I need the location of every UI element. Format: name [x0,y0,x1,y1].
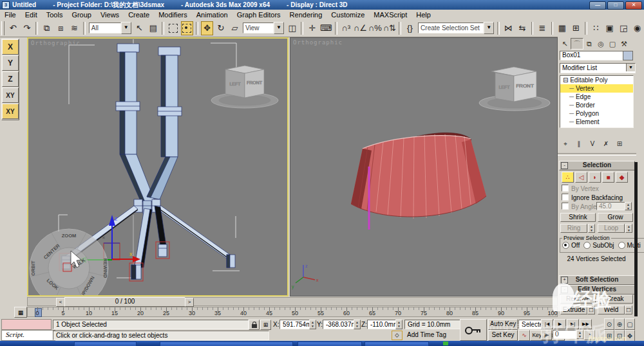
select-and-link-button[interactable]: ⧉ [41,21,53,35]
ring-spinner[interactable]: ▲▼ [588,224,595,233]
quick-render-button[interactable]: ◉ [631,21,643,35]
tab-create[interactable]: ↖ [559,39,571,49]
snaps-toggle-3d[interactable]: ∩³ [340,21,352,35]
z-spinner[interactable]: ▲▼ [395,320,402,329]
axis-constraint-x[interactable]: X [2,39,19,55]
taskbar-window-button[interactable] [74,341,137,346]
viewcube-left-viewport[interactable]: LEFT FRONT [211,66,278,108]
select-and-move-button[interactable]: ✥ [201,21,214,35]
taskbar-window-button[interactable] [298,341,362,346]
edit-named-selection-sets-button[interactable]: {} [404,21,416,35]
unlink-selection-button[interactable]: ⧈ [54,21,66,35]
ring-button[interactable]: Ring [560,224,587,233]
minimize-button[interactable]: — [589,1,606,10]
menu-tools[interactable]: Tools [42,11,68,19]
time-slider-handle[interactable]: 0 / 100 [64,297,185,307]
vertex-subobject-button[interactable]: ∴ [562,172,574,183]
close-button[interactable]: ✕ [625,1,642,10]
configure-modifier-sets-button[interactable]: ⊞ [614,140,625,150]
next-frame-arrow[interactable]: > [185,298,194,307]
stack-item-vertex[interactable]: ─ Vertex [560,84,633,93]
zoom-extents-button[interactable]: ▢ [625,318,635,330]
preview-radio-off[interactable]: Off [562,242,580,249]
menu-animation[interactable]: Animation [192,11,232,19]
rectangular-selection-region-button[interactable] [167,21,179,35]
tab-utilities[interactable]: ⚒ [618,39,630,49]
panel-scrollbar[interactable] [634,162,638,316]
zoom-region-button[interactable]: ⊡ [614,330,625,341]
stack-item-edge[interactable]: ─ Edge [560,93,633,101]
select-by-name-button[interactable]: ▤ [147,21,159,35]
tab-hierarchy[interactable]: ⧉ [583,39,595,49]
menu-maxscript[interactable]: MAXScript [369,11,412,19]
chevron-down-icon[interactable]: ▼ [274,22,284,34]
select-and-rotate-button[interactable]: ↻ [214,21,227,35]
taskbar-window-button[interactable] [365,341,429,346]
collapse-icon[interactable]: - [561,286,568,293]
menu-rendering[interactable]: Rendering [285,11,327,19]
go-to-end-button[interactable]: ▶▶ [580,319,592,329]
make-unique-button[interactable]: Ⅴ [587,140,598,150]
absolute-mode-toggle[interactable]: ⊞ [260,320,271,330]
play-button[interactable]: ▶ [554,319,566,329]
stack-item-border[interactable]: ─ Border [560,101,633,109]
time-slider-track[interactable]: < 0 / 100 > [27,297,558,306]
auto-key-button[interactable]: Auto Key [488,319,518,330]
menu-customize[interactable]: Customize [327,11,369,19]
render-setup-button[interactable]: ▣ [603,21,616,35]
object-name-field[interactable]: Box01 [560,51,623,60]
by-angle-value-field[interactable]: 45.0 [596,202,625,210]
selection-filter-dropdown[interactable]: All▼ [89,23,131,33]
schematic-view-button[interactable]: ⊞ [570,21,582,35]
menu-graph-editors[interactable]: Graph Editors [232,11,285,19]
loop-button[interactable]: Loop [598,224,625,233]
angle-snap-toggle[interactable]: ∩∠ [354,21,367,35]
layer-manager-button[interactable]: ≣ [536,21,548,35]
use-pivot-point-center-button[interactable]: ◫ [286,21,298,35]
axis-constraint-xy[interactable]: XY [2,104,19,119]
window-crossing-toggle[interactable] [181,21,194,35]
select-and-scale-button[interactable]: ▱ [229,21,241,35]
add-time-tag[interactable]: Add Time Tag [404,331,465,339]
spinner-snap-toggle[interactable]: ∩⇅ [383,21,396,35]
viewcube-front-face[interactable]: FRONT [247,80,263,85]
undo-button[interactable]: ↶ [7,21,19,35]
y-coordinate-field[interactable]: -368.037mm [323,320,356,329]
mirror-button[interactable]: ⋈ [502,21,515,35]
zoom-extents-all-button[interactable]: ⊞ [604,330,614,341]
curve-editor-button[interactable]: ▦ [556,21,568,35]
frame-spinner[interactable]: ▲▼ [576,330,583,339]
stack-item-polygon[interactable]: ─ Polygon [560,109,633,118]
named-selection-set-dropdown[interactable]: Create Selection Set▼ [418,23,494,33]
menu-help[interactable]: Help [412,11,435,19]
go-to-start-button[interactable]: |◀ [541,319,553,329]
windows-taskbar[interactable] [0,341,644,346]
taskbar-window-button[interactable] [160,341,293,346]
viewcube-front-face[interactable]: FRONT [516,83,534,89]
expander-icon[interactable]: ⊟ [563,77,570,84]
wheel-rewind-label[interactable]: REWIND [102,259,108,278]
key-mode-toggle[interactable]: |▶ [541,330,552,340]
default-in-out-tangents-button[interactable]: ∿ [518,330,530,341]
menu-group[interactable]: Group [67,11,96,19]
remove-button[interactable]: Remove [560,295,596,304]
menu-modifiers[interactable]: Modifiers [154,11,192,19]
modifier-list-dropdown[interactable]: Modifier List ▼ [560,63,636,73]
object-color-swatch[interactable] [623,51,633,60]
expand-icon[interactable]: + [561,277,568,284]
stack-item-root[interactable]: ⊟ Editable Poly [560,76,633,84]
frame-number-field[interactable]: 0 [553,330,576,339]
bind-to-space-warp-button[interactable]: ≋ [68,21,80,35]
pin-stack-button[interactable]: ⌖ [560,140,571,150]
z-coordinate-field[interactable]: -110.0mm [367,320,398,329]
redo-button[interactable]: ↷ [21,21,33,35]
percent-snap-toggle[interactable]: ∩% [368,21,382,35]
stack-item-element[interactable]: ─ Element [560,118,633,126]
selection-rollout-header[interactable]: - Selection [559,161,635,170]
weld-button[interactable]: Weld [598,305,625,314]
by-angle-spinner[interactable]: ▲▼ [625,202,632,210]
material-editor-button[interactable]: ∷ [590,21,602,35]
taskbar-tray-icon[interactable] [443,341,448,345]
element-subobject-button[interactable]: ◆ [616,172,628,183]
menu-file[interactable]: File [0,11,21,19]
